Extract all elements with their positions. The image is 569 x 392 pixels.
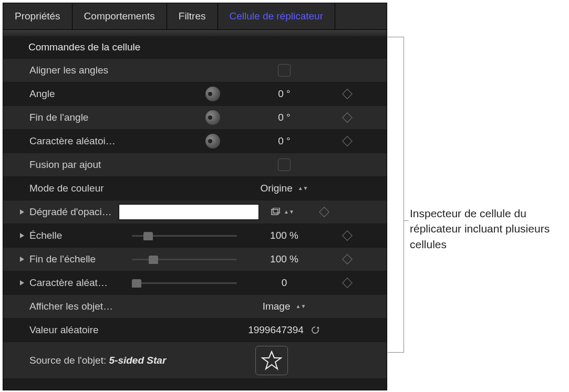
updown-icon: ▲▼ [296,305,306,308]
dial-angle[interactable] [205,87,220,101]
tab-proprietes[interactable]: Propriétés [3,3,73,29]
dial-fin-angle[interactable] [205,110,220,125]
label-fusion: Fusion par ajout [29,159,132,171]
svg-rect-2 [273,208,280,213]
dropdown-afficher[interactable]: Image ▲▼ [237,301,332,312]
row-aligner-angles: Aligner les angles [3,58,387,82]
svg-marker-3 [20,233,24,238]
disclosure-echelle[interactable] [19,232,29,239]
row-fin-angle: Fin de l'angle 0 ° [3,105,387,129]
label-car-alea-ech: Caractère aléat… [29,277,132,289]
value-fin-echelle[interactable]: 100 % [270,253,298,265]
slider-thumb[interactable] [149,256,158,264]
row-angle: Angle 0 ° [3,82,387,105]
inspector-panel: Propriétés Comportements Filtres Cellule… [3,3,387,390]
row-fin-echelle: Fin de l'échelle 100 % [3,247,387,271]
inspector-tabs: Propriétés Comportements Filtres Cellule… [3,3,387,30]
label-car-alea-angle: Caractère aléatoi… [29,135,132,147]
value-angle[interactable]: 0 ° [278,88,290,100]
keyframe-car-alea-ech[interactable] [342,278,353,288]
gradient-editor[interactable] [119,204,259,220]
slider-thumb[interactable] [132,279,141,288]
value-car-alea-ech[interactable]: 0 [282,277,287,289]
svg-marker-4 [20,257,24,262]
keyframe-fin-angle[interactable] [342,112,353,123]
row-fusion-ajout: Fusion par ajout [3,153,387,176]
keyframe-echelle[interactable] [342,230,353,241]
svg-rect-1 [272,209,278,215]
dropdown-mode-couleur[interactable]: Origine ▲▼ [237,183,332,194]
tab-filtres[interactable]: Filtres [167,3,218,29]
label-fin-angle: Fin de l'angle [29,112,132,123]
regenerate-icon[interactable] [310,325,320,335]
slider-car-alea-ech[interactable] [132,278,237,288]
keyframe-fin-echelle[interactable] [342,254,353,264]
callout-text: Inspecteur de cellule du réplicateur inc… [410,206,567,252]
row-echelle: Échelle 100 % [3,224,387,247]
section-header: Commandes de la cellule [3,36,387,58]
value-fin-angle[interactable]: 0 ° [278,112,290,123]
label-echelle: Échelle [29,230,132,241]
callout-stem [404,220,409,221]
row-caractere-aleatoire-angle: Caractère aléatoi… 0 ° [3,129,387,153]
label-valeur-alea: Valeur aléatoire [29,324,132,336]
updown-icon[interactable]: ▲▼ [284,210,294,214]
label-source: Source de l'objet: [29,355,106,366]
label-mode-couleur: Mode de couleur [29,183,132,194]
keyframe-car-alea-angle[interactable] [342,136,353,146]
row-degrade-opacite: Dégradé d'opaci… ▲▼ [3,200,387,224]
svg-marker-7 [262,352,281,369]
star-icon [261,350,282,371]
slider-echelle[interactable] [132,230,237,241]
label-afficher: Afficher les objet… [29,301,132,312]
callout-bracket [388,37,404,353]
svg-marker-6 [317,326,319,329]
disclosure-car-alea-ech[interactable] [19,280,29,286]
row-source-objet: Source de l'objet: 5-sided Star [3,342,387,378]
row-mode-couleur: Mode de couleur Origine ▲▼ [3,176,387,200]
label-aligner-angles: Aligner les angles [29,65,132,76]
updown-icon: ▲▼ [298,187,308,190]
source-name: 5-sided Star [109,355,167,366]
keyframe-degrade[interactable] [319,207,329,217]
dial-car-alea-angle[interactable] [205,134,220,149]
checkbox-fusion[interactable] [278,158,291,171]
value-valeur-alea[interactable]: 1999647394 [248,324,304,336]
checkbox-aligner-angles[interactable] [278,64,291,77]
disclosure-fin-echelle[interactable] [19,256,29,262]
value-afficher: Image [263,301,291,312]
slider-thumb[interactable] [143,232,153,240]
svg-marker-0 [20,209,24,215]
label-fin-echelle: Fin de l'échelle [29,253,132,265]
value-car-alea-angle[interactable]: 0 ° [278,135,290,147]
svg-marker-5 [20,280,24,285]
value-echelle[interactable]: 100 % [270,230,298,241]
tab-cellule-replicateur[interactable]: Cellule de réplicateur [218,3,336,29]
value-mode-couleur: Origine [260,183,292,194]
slider-fin-echelle[interactable] [132,254,237,264]
row-valeur-aleatoire: Valeur aléatoire 1999647394 [3,318,387,342]
row-caractere-aleatoire-echelle: Caractère aléat… 0 [3,271,387,294]
source-well[interactable] [255,346,288,375]
tab-comportements[interactable]: Comportements [73,3,167,29]
gradient-preset-icon[interactable] [270,207,282,217]
label-angle: Angle [29,88,132,100]
keyframe-angle[interactable] [342,89,353,99]
label-degrade-opacite: Dégradé d'opaci… [29,206,119,218]
disclosure-degrade[interactable] [19,209,29,215]
row-afficher-objets: Afficher les objet… Image ▲▼ [3,294,387,318]
